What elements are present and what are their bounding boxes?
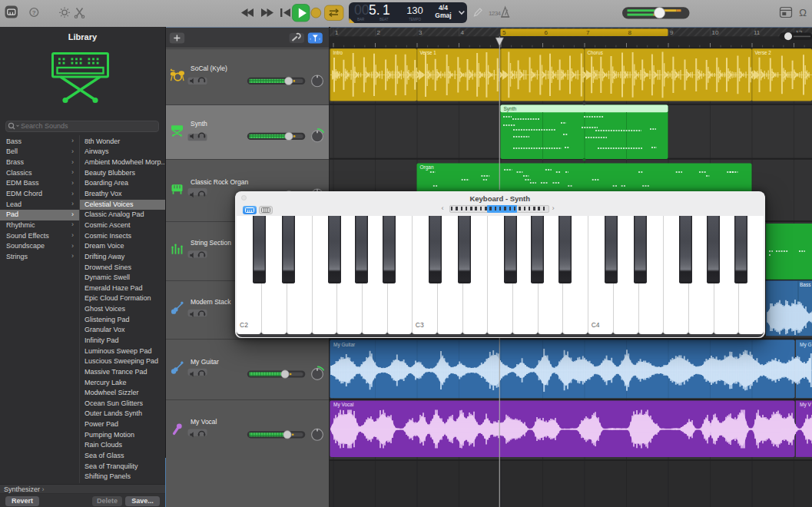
svg-text:1234: 1234 <box>489 10 502 17</box>
svg-text:Ω: Ω <box>799 7 807 18</box>
svg-text:›: › <box>310 36 311 41</box>
svg-text:‹: ‹ <box>319 36 320 41</box>
svg-text:?: ? <box>32 9 36 16</box>
